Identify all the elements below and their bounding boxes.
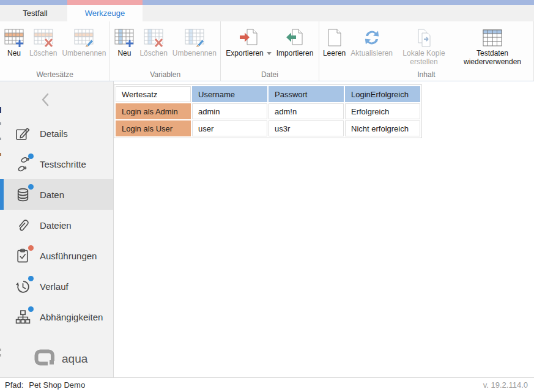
- badge-dot: [28, 245, 34, 251]
- exportieren-button[interactable]: Exportieren: [223, 26, 273, 57]
- status-bar: Pfad: Pet Shop Demo v. 19.2.114.0: [0, 377, 534, 392]
- hierarchy-icon: [15, 309, 31, 325]
- edge-marker: [0, 354, 1, 357]
- table-cell[interactable]: user: [192, 120, 267, 136]
- table-cell[interactable]: admin: [192, 103, 267, 119]
- active-tab-accent: [67, 0, 143, 5]
- refresh-icon: [362, 26, 382, 49]
- column-header-loginerfolgreich[interactable]: LoginErfolgreich: [345, 86, 420, 102]
- ribbon: Neu Löschen: [0, 21, 534, 81]
- footsteps-icon: [15, 156, 31, 172]
- leeren-button[interactable]: Leeren: [321, 26, 348, 57]
- aktualisieren-button[interactable]: Aktualisieren: [348, 26, 395, 57]
- aqua-logo: aqua: [0, 349, 113, 369]
- neu-wertesatz-button[interactable]: Neu: [1, 26, 27, 57]
- badge-dot: [28, 306, 34, 312]
- neu-variable-button[interactable]: Neu: [111, 26, 137, 57]
- table-column-add-icon: [114, 26, 135, 49]
- group-label-inhalt: Inhalt: [319, 70, 533, 79]
- sidebar-item-ausfuehrungen[interactable]: Ausführungen: [0, 240, 113, 271]
- row-header-cell[interactable]: Login als User: [116, 120, 191, 136]
- import-icon: [284, 26, 305, 49]
- wertesatz-table: Wertesatz Username Passwort LoginErfolgr…: [114, 85, 421, 138]
- group-label-datei: Datei: [221, 70, 319, 79]
- group-label-wertesaetze: Wertesätze: [0, 70, 109, 79]
- database-icon: [15, 187, 31, 203]
- blank-page-icon: [325, 26, 344, 49]
- sidebar-item-verlauf[interactable]: Verlauf: [0, 271, 113, 301]
- edge-marker: [0, 349, 1, 351]
- umbenennen-wertesatz-button[interactable]: Umbenennen: [59, 26, 108, 57]
- badge-dot: [28, 153, 34, 159]
- ribbon-group-inhalt: Leeren Aktualisieren Lokale Kopie erstel…: [319, 21, 534, 81]
- sidebar-item-abhaengigkeiten[interactable]: Abhängigkeiten: [0, 301, 113, 332]
- table-cell[interactable]: us3r: [269, 120, 344, 136]
- edge-marker: [0, 153, 1, 156]
- table-row-delete-icon: [33, 26, 54, 49]
- column-header-passwort[interactable]: Passwort: [269, 86, 344, 102]
- table-row: Login als Admin admin adm!n Erfolgreich: [116, 103, 420, 119]
- umbenennen-variable-button[interactable]: Umbenennen: [170, 26, 219, 57]
- loeschen-wertesatz-button[interactable]: Löschen: [27, 26, 59, 57]
- table-reuse-icon: [482, 26, 503, 49]
- ribbon-tab-bar: Testfall Werkzeuge: [0, 5, 534, 21]
- ribbon-group-wertesaetze: Neu Löschen: [0, 21, 110, 81]
- ribbon-group-variablen: Neu Löschen: [110, 21, 220, 81]
- column-header-wertesatz[interactable]: Wertesatz: [116, 86, 191, 102]
- table-column-delete-icon: [143, 26, 164, 49]
- tab-testfall[interactable]: Testfall: [3, 5, 67, 21]
- column-header-username[interactable]: Username: [192, 86, 267, 102]
- export-icon: [238, 26, 260, 49]
- lokale-kopie-erstellen-button[interactable]: Lokale Kopie erstellen: [395, 26, 453, 67]
- table-cell[interactable]: adm!n: [269, 103, 344, 119]
- testdaten-wiederverwenden-button[interactable]: Testdaten wiederverwenden: [453, 26, 532, 67]
- window-accent-strip: [0, 0, 534, 5]
- edge-marker: [0, 138, 1, 140]
- aqua-logo-icon: [34, 349, 57, 369]
- row-header-cell[interactable]: Login als Admin: [116, 103, 191, 119]
- group-label-variablen: Variablen: [110, 70, 220, 79]
- table-column-rename-icon: [184, 26, 205, 49]
- history-icon: [15, 278, 31, 295]
- sidebar-item-daten[interactable]: Daten: [0, 179, 113, 210]
- sidebar: Details Testschritte: [0, 81, 114, 377]
- sidebar-collapse-button[interactable]: [0, 81, 113, 118]
- main-area: Details Testschritte: [0, 81, 534, 377]
- tab-werkzeuge[interactable]: Werkzeuge: [67, 5, 143, 21]
- clipboard-check-icon: [15, 248, 31, 264]
- sidebar-item-details[interactable]: Details: [0, 118, 113, 149]
- importieren-button[interactable]: Importieren: [274, 26, 316, 57]
- table-row-rename-icon: [73, 26, 94, 49]
- sidebar-item-testschritte[interactable]: Testschritte: [0, 149, 113, 179]
- paperclip-icon: [15, 217, 31, 234]
- ribbon-group-datei: Exportieren Importieren Datei: [221, 21, 319, 81]
- path-label: Pfad:: [5, 380, 23, 390]
- table-cell[interactable]: Erfolgreich: [345, 103, 420, 119]
- loeschen-variable-button[interactable]: Löschen: [137, 26, 169, 57]
- sidebar-item-dateien[interactable]: Dateien: [0, 210, 113, 240]
- version-label: v. 19.2.114.0: [483, 380, 528, 390]
- path-value: Pet Shop Demo: [29, 380, 85, 390]
- badge-dot: [28, 276, 34, 281]
- table-row-add-icon: [4, 26, 24, 49]
- edit-icon: [15, 125, 31, 142]
- dropdown-arrow-icon: [267, 52, 272, 55]
- table-header-row: Wertesatz Username Passwort LoginErfolgr…: [116, 86, 420, 102]
- badge-dot: [28, 184, 34, 190]
- copy-page-icon: [414, 26, 434, 49]
- table-cell[interactable]: Nicht erfolgreich: [345, 120, 420, 136]
- edge-marker: [0, 107, 1, 113]
- data-table-panel: Wertesatz Username Passwort LoginErfolgr…: [114, 81, 534, 377]
- edge-marker: [0, 122, 1, 125]
- table-row: Login als User user us3r Nicht erfolgrei…: [116, 120, 420, 136]
- chevron-left-icon: [39, 92, 53, 107]
